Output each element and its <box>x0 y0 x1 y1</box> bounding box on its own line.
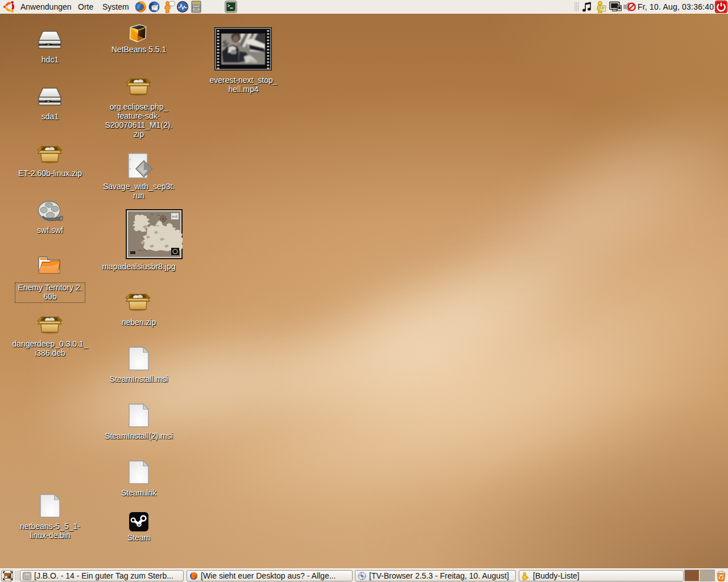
svg-text:AnB: AnB <box>172 215 177 218</box>
